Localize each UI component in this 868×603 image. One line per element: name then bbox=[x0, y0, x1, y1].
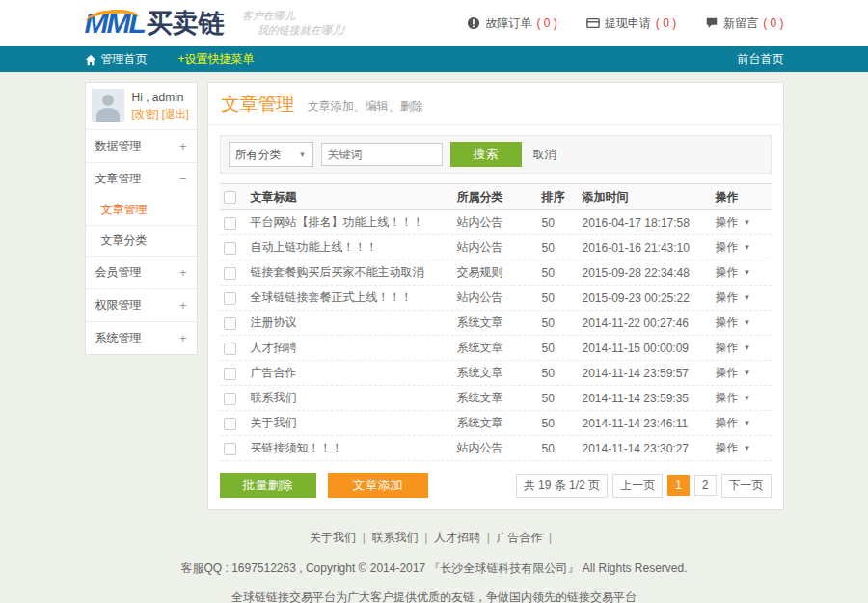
admin-home-link[interactable]: 管理首页 bbox=[85, 51, 148, 68]
row-checkbox[interactable] bbox=[224, 443, 236, 455]
user-box: Hi , admin [改密] [退出] bbox=[86, 83, 197, 129]
row-checkbox[interactable] bbox=[224, 217, 236, 230]
withdraw-requests-link[interactable]: 提现申请 ( 0 ) bbox=[586, 15, 676, 32]
sidebar-menu-item[interactable]: 数据管理 + bbox=[86, 129, 197, 162]
page-title: 文章管理 bbox=[222, 94, 295, 114]
row-action-dropdown[interactable]: 操作 ▼ bbox=[716, 239, 751, 256]
row-action-label: 操作 bbox=[716, 415, 739, 431]
row-action-dropdown[interactable]: 操作 ▼ bbox=[716, 289, 751, 306]
row-action-label: 操作 bbox=[716, 239, 739, 256]
sidebar-menu-item-label: 系统管理 bbox=[95, 330, 142, 346]
article-title-link[interactable]: 链接套餐购买后买家不能主动取消 bbox=[251, 264, 457, 281]
pagination-prev[interactable]: 上一页 bbox=[612, 474, 663, 498]
article-title-link[interactable]: 广告合作 bbox=[251, 365, 457, 381]
article-title-link[interactable]: 注册协议 bbox=[251, 315, 457, 331]
row-action-dropdown[interactable]: 操作 ▼ bbox=[716, 440, 751, 456]
article-title-link[interactable]: 买链接须知！！！ bbox=[251, 440, 457, 456]
sidebar-menu-item[interactable]: 会员管理 + bbox=[86, 256, 197, 288]
row-action-dropdown[interactable]: 操作 ▼ bbox=[716, 315, 751, 331]
article-sort: 50 bbox=[542, 291, 583, 305]
set-quick-menu-link[interactable]: +设置快捷菜单 bbox=[178, 51, 255, 68]
row-action-dropdown[interactable]: 操作 ▼ bbox=[716, 390, 751, 406]
keyword-input[interactable] bbox=[321, 143, 443, 166]
row-checkbox[interactable] bbox=[224, 343, 236, 355]
select-all-checkbox[interactable] bbox=[224, 191, 236, 204]
front-home-link[interactable]: 前台首页 bbox=[738, 51, 784, 68]
site-logo[interactable]: MML 买卖链 bbox=[85, 9, 225, 38]
pagination: 共 19 条 1/2 页 上一页 1 2 下一页 bbox=[516, 474, 772, 498]
row-checkbox[interactable] bbox=[224, 368, 236, 380]
fault-orders-count: ( 0 ) bbox=[536, 16, 556, 30]
footer-link[interactable]: 关于我们 bbox=[310, 531, 371, 544]
footer-link[interactable]: 人才招聘 bbox=[434, 531, 496, 544]
article-title-link[interactable]: 全球链链接套餐正式上线！！！ bbox=[251, 289, 457, 306]
caret-down-icon: ▼ bbox=[744, 268, 751, 277]
fault-orders-link[interactable]: 故障订单 ( 0 ) bbox=[467, 15, 556, 32]
footer-links: 关于我们联系我们人才招聘广告合作 bbox=[0, 530, 868, 546]
sidebar-menu-item[interactable]: 文章管理 − bbox=[86, 162, 197, 195]
logout-link[interactable]: [退出] bbox=[162, 108, 189, 120]
row-checkbox[interactable] bbox=[224, 393, 236, 405]
tagline-line2: 我的链接就在哪儿! bbox=[258, 23, 345, 38]
row-checkbox[interactable] bbox=[224, 267, 236, 280]
row-action-dropdown[interactable]: 操作 ▼ bbox=[716, 214, 751, 231]
pagination-summary: 共 19 条 1/2 页 bbox=[516, 474, 608, 498]
articles-table: 文章标题 所属分类 排序 添加时间 操作 平台网站【排名】功能上线！！！ 站内公… bbox=[220, 183, 772, 461]
article-title-link[interactable]: 关于我们 bbox=[251, 415, 457, 431]
batch-delete-button[interactable]: 批量删除 bbox=[220, 473, 316, 498]
row-action-dropdown[interactable]: 操作 ▼ bbox=[716, 415, 751, 431]
content-area: Hi , admin [改密] [退出] 数据管理 + 文章管理 − bbox=[85, 82, 784, 510]
article-title-link[interactable]: 平台网站【排名】功能上线！！！ bbox=[251, 214, 457, 231]
article-add-time: 2016-01-16 21:43:10 bbox=[583, 241, 716, 255]
user-greeting: Hi , admin bbox=[132, 89, 189, 106]
home-icon bbox=[85, 54, 96, 66]
category-select-value: 所有分类 bbox=[235, 147, 282, 163]
withdraw-requests-label: 提现申请 bbox=[605, 15, 651, 32]
article-sort: 50 bbox=[542, 216, 583, 230]
pagination-page[interactable]: 1 bbox=[667, 475, 690, 496]
cancel-link[interactable]: 取消 bbox=[533, 147, 556, 163]
sidebar-menu-item[interactable]: 系统管理 + bbox=[86, 321, 197, 354]
row-checkbox[interactable] bbox=[224, 292, 236, 305]
new-messages-link[interactable]: 新留言 ( 0 ) bbox=[705, 15, 783, 32]
row-action-dropdown[interactable]: 操作 ▼ bbox=[716, 365, 751, 381]
article-title-link[interactable]: 联系我们 bbox=[251, 390, 457, 406]
article-add-time: 2015-09-28 22:34:48 bbox=[583, 266, 716, 280]
footer-link[interactable]: 联系我们 bbox=[372, 531, 434, 544]
table-row: 平台网站【排名】功能上线！！！ 站内公告 50 2016-04-17 18:17… bbox=[220, 210, 772, 235]
row-action-dropdown[interactable]: 操作 ▼ bbox=[716, 340, 751, 356]
footer-link[interactable]: 广告合作 bbox=[496, 531, 557, 544]
user-avatar bbox=[92, 89, 124, 122]
article-sort: 50 bbox=[542, 316, 583, 330]
withdraw-requests-count: ( 0 ) bbox=[656, 16, 676, 30]
table-row: 注册协议 系统文章 50 2014-11-22 00:27:46 操作 ▼ bbox=[220, 311, 772, 336]
article-add-time: 2015-09-23 00:25:22 bbox=[583, 291, 716, 305]
add-article-button[interactable]: 文章添加 bbox=[328, 473, 428, 498]
row-checkbox[interactable] bbox=[224, 418, 236, 430]
article-sort: 50 bbox=[542, 442, 583, 455]
sidebar-menu-item[interactable]: 文章管理 bbox=[86, 195, 197, 225]
article-title-link[interactable]: 人才招聘 bbox=[251, 340, 457, 356]
new-messages-count: ( 0 ) bbox=[763, 16, 783, 30]
row-checkbox[interactable] bbox=[224, 317, 236, 330]
change-password-link[interactable]: [改密] bbox=[132, 108, 159, 120]
row-checkbox[interactable] bbox=[224, 242, 236, 255]
table-row: 自动上链功能上线！！！ 站内公告 50 2016-01-16 21:43:10 … bbox=[220, 235, 772, 260]
new-messages-label: 新留言 bbox=[723, 15, 758, 32]
table-header-row: 文章标题 所属分类 排序 添加时间 操作 bbox=[220, 183, 772, 210]
title-row: 文章管理 文章添加、编辑、删除 bbox=[208, 83, 783, 125]
pagination-next[interactable]: 下一页 bbox=[721, 474, 772, 498]
article-title-link[interactable]: 自动上链功能上线！！！ bbox=[251, 239, 457, 256]
row-action-dropdown[interactable]: 操作 ▼ bbox=[716, 264, 751, 281]
article-sort: 50 bbox=[542, 392, 583, 405]
withdraw-icon bbox=[586, 16, 600, 30]
sidebar-menu-item[interactable]: 权限管理 + bbox=[86, 288, 197, 321]
sidebar-menu-item[interactable]: 文章分类 bbox=[86, 225, 197, 256]
pagination-page[interactable]: 2 bbox=[694, 475, 717, 496]
category-select[interactable]: 所有分类 ▼ bbox=[229, 142, 313, 167]
search-button[interactable]: 搜索 bbox=[450, 142, 522, 167]
copyright-text: 客服QQ : 1697512263 , Copyright © 2014-201… bbox=[0, 561, 868, 577]
table-body: 平台网站【排名】功能上线！！！ 站内公告 50 2016-04-17 18:17… bbox=[220, 210, 772, 461]
article-add-time: 2014-11-14 23:30:27 bbox=[583, 442, 716, 455]
caret-down-icon: ▼ bbox=[744, 243, 751, 252]
